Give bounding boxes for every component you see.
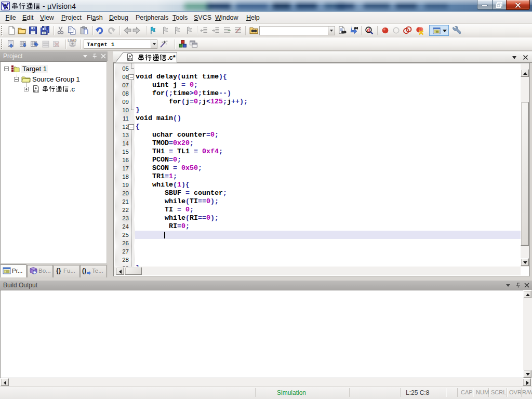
svg-text:d: d [367, 27, 370, 33]
svg-text:?: ? [34, 270, 36, 274]
